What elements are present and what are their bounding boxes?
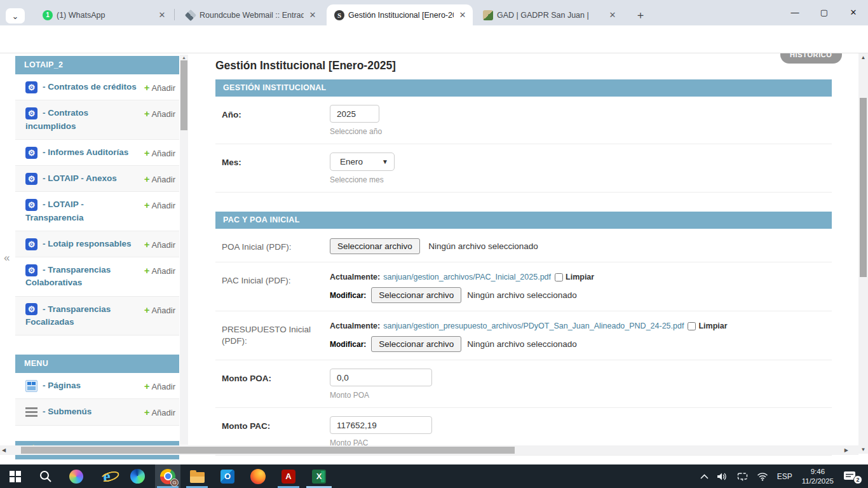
sidebar-item-label[interactable]: - Contratos de créditos [43,82,137,92]
scroll-down-icon[interactable]: ▼ [858,447,868,452]
tab-gad[interactable]: GAD | GADPR San Juan | ✕ [475,4,623,25]
ano-input[interactable] [330,105,379,123]
scroll-right-icon[interactable]: ▶ [844,445,848,455]
sidebar-collapse-icon[interactable]: « [4,252,10,264]
sidebar-item[interactable]: +Añadir⚙- Transparencias Colaborativas [15,257,179,297]
add-link[interactable]: +Añadir [144,198,175,213]
pac-inicial-label: PAC Inicial (PDF): [222,271,330,303]
tab-whatsapp[interactable]: 1 (1) WhatsApp ✕ [35,4,172,25]
presupuesto-currently-label: Actualmente: [330,322,380,330]
sidebar-item[interactable]: +Añadir [15,459,179,465]
presupuesto-file-link[interactable]: sanjuan/gestion_presupuesto_archivos/PDy… [383,322,684,330]
window-maximize-button[interactable]: ▢ [810,0,839,24]
page-horizontal-scrollbar[interactable]: ◀ ▶ [0,445,858,455]
sidebar-item[interactable]: +Añadir⚙- Transparencias Focalizadas [15,297,179,336]
taskbar-copilot-button[interactable] [64,464,89,488]
add-link[interactable]: +Añadir [144,81,175,95]
sidebar-item-label[interactable]: - Informes Auditorías [43,147,128,157]
taskbar-edge-button[interactable] [125,464,150,488]
presupuesto-limpiar-checkbox[interactable] [688,322,696,330]
new-tab-button[interactable]: ＋ [632,6,649,23]
language-indicator[interactable]: ESP [777,472,792,481]
search-icon [39,470,53,484]
taskbar-search-button[interactable] [33,464,58,488]
historico-button[interactable]: HISTÓRICO [780,53,842,64]
sidebar-item-label[interactable]: - Transparencias Focalizadas [25,304,111,327]
sidebar-item[interactable]: +Añadir⚙- Informes Auditorías [15,140,179,166]
gear-icon: ⚙ [25,173,37,185]
taskbar-outlook-button[interactable]: O [215,464,240,488]
close-icon[interactable]: ✕ [157,10,167,20]
tray-expand-chevron-icon[interactable] [700,474,709,479]
gad-logo-icon [483,10,493,20]
scroll-left-icon[interactable]: ◀ [2,445,6,455]
scroll-up-icon[interactable]: ▲ [858,55,868,60]
add-link[interactable]: +Añadir [144,264,175,278]
scroll-up-icon[interactable]: ▲ [180,55,188,60]
wifi-icon[interactable] [757,472,768,481]
taskbar-firefox-button[interactable] [245,464,271,488]
taskbar-chrome-button[interactable]: G [155,464,180,488]
taskbar-excel-button[interactable]: X [306,464,332,488]
add-link[interactable]: +Añadir [144,172,175,187]
section-header-pac-poa: PAC Y POA INICIAL [215,212,832,229]
sidebar-item-label[interactable]: - Páginas [43,381,81,390]
sidebar-item[interactable]: +Añadir- Submenús [15,399,179,425]
taskbar-explorer-button[interactable] [184,464,210,488]
windows-logo-icon [10,471,21,482]
presupuesto-file-button[interactable]: Seleccionar archivo [371,336,461,352]
sidebar-item[interactable]: +Añadir⚙- LOTAIP - Transparencia [15,192,179,231]
sidebar-scrollbar[interactable]: ▲ [180,55,188,445]
add-link[interactable]: +Añadir [144,303,175,318]
tab-search-button[interactable]: ⌄ [6,8,25,24]
internet-explorer-icon: e [103,468,110,485]
sidebar-item-label[interactable]: - LOTAIP - Anexos [43,173,117,183]
pac-limpiar-checkbox[interactable] [555,273,563,281]
chevron-down-icon: ⌄ [12,11,19,21]
taskbar-acrobat-button[interactable]: A [276,464,301,488]
monto-poa-input[interactable] [330,369,432,386]
scrollbar-thumb[interactable] [180,60,187,130]
add-link[interactable]: +Añadir [144,146,175,161]
sidebar-item-label[interactable]: - Lotaip responsables [43,239,132,248]
add-link[interactable]: +Añadir [144,238,175,252]
close-icon[interactable]: ✕ [308,10,318,20]
roundcube-icon [185,9,196,20]
notification-center-button[interactable]: 2 [843,471,860,482]
page-vertical-scrollbar[interactable]: ▲ ▼ [858,53,868,454]
add-label: Añadir [151,149,175,158]
sidebar-item[interactable]: +Añadir- Páginas [15,373,179,399]
window-close-button[interactable]: ✕ [839,0,868,24]
start-button[interactable] [3,464,28,488]
outlook-icon: O [220,470,234,484]
sidebar-item-label[interactable]: - Transparencias Colaborativas [25,265,111,287]
add-link[interactable]: +Añadir [144,107,175,121]
scrollbar-thumb[interactable] [860,98,867,277]
tab-roundcube[interactable]: Roundcube Webmail :: Entrada ✕ [178,4,323,25]
poa-file-button[interactable]: Seleccionar archivo [330,238,420,254]
monto-pac-input[interactable] [330,416,432,434]
close-icon[interactable]: ✕ [458,10,468,20]
sidebar-item[interactable]: +Añadir⚙- Lotaip responsables [15,231,179,257]
excel-icon: X [312,470,326,484]
taskbar-clock[interactable]: 9:46 11/2/2025 [802,467,834,486]
sidebar-item[interactable]: +Añadir⚙- Contratos de créditos [15,74,179,100]
add-label: Añadir [151,175,175,184]
plus-icon: + [144,147,150,158]
sidebar-item[interactable]: +Añadir⚙- LOTAIP - Anexos [15,166,179,192]
sidebar-item-label[interactable]: - Submenús [43,407,92,416]
section-header-gestion: GESTIÓN INSTITUCIONAL [215,79,832,97]
scrollbar-thumb[interactable] [21,447,515,454]
mes-select[interactable]: Enero ▼ [330,152,395,171]
add-link[interactable]: +Añadir [144,405,175,420]
pac-file-link[interactable]: sanjuan/gestion_archivos/PAC_Inicial_202… [383,273,551,281]
pac-file-button[interactable]: Seleccionar archivo [371,287,461,303]
tab-gestion-institucional[interactable]: S Gestión Institucional [Enero-202 ✕ [327,4,473,25]
volume-icon[interactable] [717,472,728,481]
taskbar-ie-button[interactable]: e [94,464,119,488]
window-minimize-button[interactable]: — [780,0,810,24]
add-link[interactable]: +Añadir [144,379,175,394]
cast-display-icon[interactable] [737,472,748,481]
sidebar-item[interactable]: +Añadir⚙- Contratos incumplidos [15,100,179,140]
close-icon[interactable]: ✕ [607,10,618,20]
